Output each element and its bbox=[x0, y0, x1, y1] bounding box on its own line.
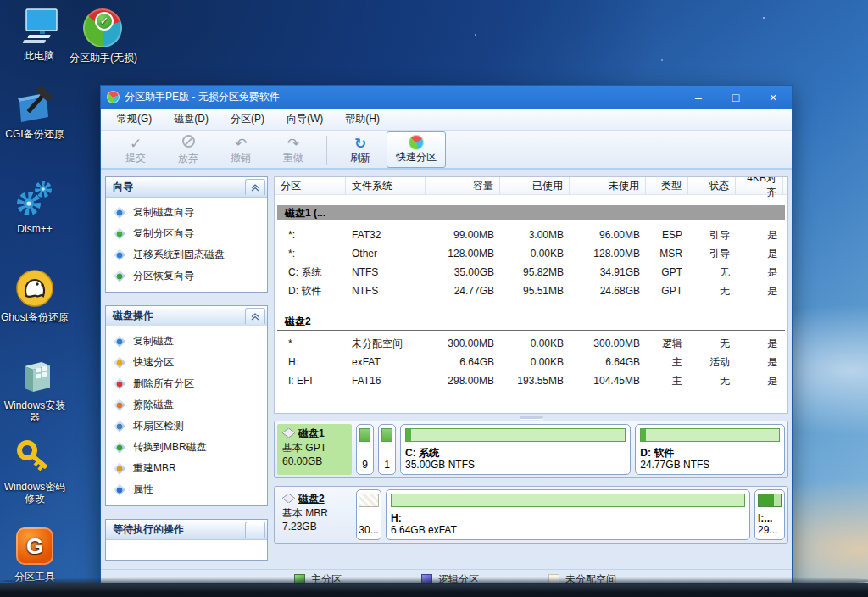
collapse-chevron-icon[interactable] bbox=[245, 308, 265, 324]
table-header-row: 分区 文件系统 容量 已使用 未使用 类型 状态 4KB对齐 bbox=[275, 177, 787, 195]
partition-unallocated[interactable]: 30... bbox=[356, 489, 381, 540]
disk-ops-panel: 磁盘操作 复制磁盘 快速分区 删除 bbox=[105, 305, 268, 506]
table-row[interactable]: I: EFI FAT16 298.00MB 193.55MB 104.45MB … bbox=[275, 371, 787, 390]
titlebar[interactable]: 分区助手PE版 - 无损分区免费软件 – □ × bbox=[101, 86, 792, 109]
cell: 是 bbox=[736, 374, 783, 388]
sidebar-item-copy-partition-wizard[interactable]: 复制分区向导 bbox=[106, 223, 267, 244]
sidebar-item-wipe-disk[interactable]: 擦除磁盘 bbox=[106, 394, 267, 416]
desktop-icon-ghost-backup[interactable]: Ghost备份还原 bbox=[1, 268, 69, 323]
table-row[interactable]: D: 软件 NTFS 24.77GB 95.51MB 24.68GB GPT 无… bbox=[275, 282, 787, 300]
column-header[interactable]: 未使用 bbox=[570, 177, 646, 194]
disk1-label[interactable]: 磁盘1 基本 GPT 60.00GB bbox=[277, 424, 352, 475]
disk2-group-row[interactable]: 磁盘2 bbox=[277, 314, 785, 331]
bad-sector-check-icon bbox=[114, 421, 125, 432]
cell: *: bbox=[275, 229, 346, 241]
toolbar-separator bbox=[326, 136, 327, 165]
disk2-label[interactable]: 磁盘2 基本 MBR 7.23GB bbox=[277, 489, 352, 540]
wizard-panel-header[interactable]: 向导 bbox=[106, 177, 267, 198]
cell: 未分配空间 bbox=[346, 337, 426, 351]
sidebar-item-convert-to-mbr[interactable]: 转换到MBR磁盘 bbox=[106, 437, 267, 458]
disk-ops-panel-header[interactable]: 磁盘操作 bbox=[106, 306, 267, 326]
partition-esp[interactable]: 9 bbox=[356, 424, 374, 475]
desktop-icon-cgi-backup[interactable]: CGI备份还原 bbox=[1, 85, 69, 140]
sidebar-item-partition-recovery[interactable]: 分区恢复向导 bbox=[106, 265, 267, 287]
sidebar-item-rebuild-mbr[interactable]: 重建MBR bbox=[106, 458, 267, 479]
collapse-chevron-icon[interactable] bbox=[245, 179, 265, 195]
desktop-icon-partition-assistant[interactable]: ✓ 分区助手(无损) bbox=[70, 8, 137, 64]
sidebar-item-bad-sector-check[interactable]: 坏扇区检测 bbox=[106, 416, 267, 437]
dism-icon bbox=[14, 180, 55, 220]
this-pc-icon bbox=[19, 7, 59, 47]
menu-general[interactable]: 常规(G) bbox=[106, 109, 163, 130]
column-header[interactable]: 类型 bbox=[646, 177, 688, 194]
table-row[interactable]: *: FAT32 99.00MB 3.00MB 96.00MB ESP 引导 是 bbox=[275, 226, 787, 244]
windows-installer-icon bbox=[14, 356, 55, 397]
sidebar-item-copy-disk[interactable]: 复制磁盘 bbox=[106, 331, 267, 352]
desktop-icon-windows-password[interactable]: Windows密码修改 bbox=[1, 438, 69, 505]
desktop-icon-this-pc[interactable]: 此电脑 bbox=[5, 7, 73, 62]
sidebar: 向导 复制磁盘向导 复制分区向导 bbox=[105, 176, 268, 569]
disk1-group-row[interactable]: 磁盘1 (... bbox=[277, 205, 785, 220]
cell: 主 bbox=[646, 355, 688, 370]
redo-button[interactable]: ↷ 重做 bbox=[267, 136, 320, 165]
cell: 逻辑 bbox=[646, 337, 688, 351]
cell: 是 bbox=[736, 247, 783, 261]
table-row[interactable]: * 未分配空间 300.00MB 0.00KB 300.00MB 逻辑 无 是 bbox=[275, 334, 787, 353]
quick-partition-button[interactable]: 快速分区 bbox=[387, 131, 446, 168]
cell: 193.55MB bbox=[500, 375, 570, 387]
cell: 无 bbox=[688, 337, 736, 351]
cell: 300.00MB bbox=[570, 338, 646, 349]
partition-msr[interactable]: 1 bbox=[378, 424, 396, 475]
sidebar-item-migrate-os-ssd[interactable]: 迁移系统到固态磁盘 bbox=[106, 244, 267, 265]
cell: H: bbox=[275, 356, 346, 368]
sidebar-item-copy-disk-wizard[interactable]: 复制磁盘向导 bbox=[106, 202, 267, 223]
submit-icon: ✓ bbox=[109, 136, 162, 152]
pending-operations-header[interactable]: 等待执行的操作 bbox=[106, 520, 267, 540]
pane-splitter[interactable] bbox=[274, 414, 788, 421]
desktop-icon-windows-installer[interactable]: Windows安装器 bbox=[1, 356, 69, 423]
sidebar-item-properties[interactable]: 属性 bbox=[106, 479, 267, 500]
undo-button[interactable]: ↶ 撤销 bbox=[214, 136, 267, 165]
partition-i[interactable]: I:... 29... bbox=[754, 489, 785, 540]
cell: exFAT bbox=[346, 356, 426, 368]
desktop-icon-dism[interactable]: Dism++ bbox=[1, 180, 69, 235]
collapse-chevron-icon[interactable] bbox=[245, 522, 265, 538]
cell: 引导 bbox=[688, 228, 736, 243]
column-header[interactable]: 4KB对齐 bbox=[736, 177, 783, 194]
menu-disk[interactable]: 磁盘(D) bbox=[163, 109, 220, 130]
partition-c[interactable]: C: 系统 35.00GB NTFS bbox=[400, 424, 631, 475]
cell: 128.00MB bbox=[426, 248, 500, 259]
copy-disk-icon bbox=[114, 336, 125, 348]
sidebar-item-delete-all-partitions[interactable]: 删除所有分区 bbox=[106, 373, 267, 394]
menu-wizard[interactable]: 向导(W) bbox=[275, 109, 334, 130]
column-header[interactable]: 已使用 bbox=[500, 177, 570, 194]
unallocated-bar bbox=[359, 494, 379, 507]
maximize-button[interactable]: □ bbox=[717, 86, 754, 109]
menubar: 常规(G) 磁盘(D) 分区(P) 向导(W) 帮助(H) bbox=[101, 109, 792, 131]
column-header[interactable]: 分区 bbox=[275, 177, 346, 194]
column-header[interactable]: 状态 bbox=[688, 177, 736, 194]
column-header[interactable]: 容量 bbox=[426, 177, 500, 194]
submit-button[interactable]: ✓ 提交 bbox=[109, 136, 162, 165]
table-row[interactable]: H: exFAT 6.64GB 0.00KB 6.64GB 主 活动 是 bbox=[275, 353, 787, 371]
table-row[interactable]: *: Other 128.00MB 0.00KB 128.00MB MSR 引导… bbox=[275, 244, 787, 263]
sidebar-item-quick-partition[interactable]: 快速分区 bbox=[106, 352, 267, 373]
cell: 是 bbox=[736, 265, 783, 280]
cell: D: 软件 bbox=[275, 284, 346, 298]
pending-operations-list[interactable] bbox=[106, 540, 267, 560]
cell: 95.51MB bbox=[500, 285, 570, 297]
usage-bar bbox=[381, 428, 392, 442]
table-row[interactable]: C: 系统 NTFS 35.00GB 95.82MB 34.91GB GPT 无… bbox=[275, 263, 787, 282]
minimize-button[interactable]: – bbox=[680, 86, 717, 109]
discard-icon bbox=[182, 135, 195, 148]
close-button[interactable]: × bbox=[754, 86, 792, 109]
refresh-button[interactable]: ↻ 刷新 bbox=[334, 136, 387, 165]
partition-h[interactable]: H: 6.64GB exFAT bbox=[386, 489, 750, 540]
column-header[interactable]: 文件系统 bbox=[346, 177, 426, 194]
discard-button[interactable]: 放弃 bbox=[162, 135, 214, 165]
menu-help[interactable]: 帮助(H) bbox=[334, 109, 391, 130]
cell: * bbox=[275, 338, 346, 349]
menu-partition[interactable]: 分区(P) bbox=[220, 109, 275, 130]
partition-d[interactable]: D: 软件 24.77GB NTFS bbox=[635, 424, 785, 475]
toolbar: ✓ 提交 放弃 ↶ 撤销 ↷ 重做 ↻ 刷新 快速分区 bbox=[101, 131, 792, 170]
